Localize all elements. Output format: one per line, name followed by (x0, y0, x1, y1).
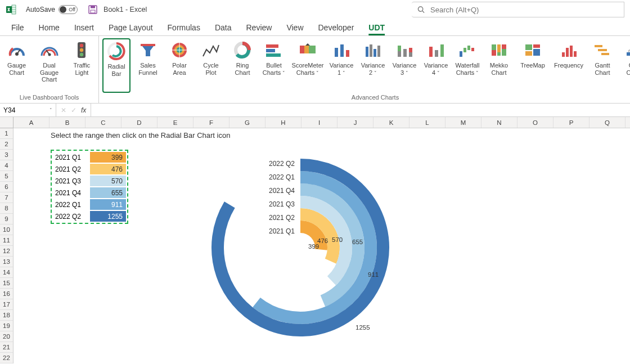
tab-insert[interactable]: Insert (74, 23, 94, 35)
row-header[interactable]: 15 (0, 278, 13, 289)
tab-view[interactable]: View (286, 23, 303, 35)
row-header[interactable]: 7 (0, 192, 13, 203)
freq-button[interactable]: Frequency (552, 38, 585, 93)
tab-file[interactable]: File (11, 23, 24, 35)
select-all-corner[interactable] (0, 117, 14, 128)
treemap-button[interactable]: TreeMap (516, 38, 549, 93)
col-header[interactable]: I (302, 117, 338, 128)
row-header[interactable]: 1 (0, 128, 13, 139)
row-header[interactable]: 21 (0, 342, 13, 353)
var3-button[interactable]: Variance3˅ (390, 38, 418, 93)
col-header[interactable]: K (374, 117, 410, 128)
col-header[interactable]: L (410, 117, 446, 128)
radial-button[interactable]: RadialBar (102, 38, 130, 93)
row-header[interactable]: 11 (0, 235, 13, 246)
polar-button[interactable]: PolarArea (165, 38, 194, 93)
cancel-icon[interactable]: ✕ (61, 106, 66, 114)
var1-button[interactable]: Variance1˅ (327, 38, 356, 93)
row-header[interactable]: 2 (0, 139, 13, 150)
cell-value[interactable]: 911 (90, 199, 126, 210)
row-header[interactable]: 13 (0, 257, 13, 267)
table-row[interactable]: 2021 Q1399 (53, 152, 126, 163)
autosave-toggle[interactable]: Off (58, 5, 78, 14)
cell-value[interactable]: 570 (90, 176, 126, 186)
tab-page-layout[interactable]: Page Layout (109, 23, 153, 35)
col-header[interactable]: O (518, 117, 554, 128)
org-button[interactable]: OrgChart (620, 38, 630, 93)
table-row[interactable]: 2021 Q4655 (53, 187, 126, 198)
tab-data[interactable]: Data (215, 23, 232, 35)
cycle-button[interactable]: CyclePlot (197, 38, 225, 93)
tab-formulas[interactable]: Formulas (168, 23, 200, 35)
row-header[interactable]: 9 (0, 214, 13, 224)
col-header[interactable]: B (50, 117, 86, 128)
row-header[interactable]: 19 (0, 321, 13, 331)
row-header[interactable]: 22 (0, 353, 13, 363)
autosave[interactable]: AutoSave Off (26, 5, 78, 14)
fx-icon[interactable]: fx (81, 106, 86, 114)
cell-category[interactable]: 2021 Q2 (53, 164, 89, 174)
data-table[interactable]: 2021 Q13992021 Q24762021 Q35702021 Q4655… (51, 150, 128, 224)
col-header[interactable]: N (482, 117, 518, 128)
col-header[interactable]: D (122, 117, 158, 128)
table-row[interactable]: 2021 Q3570 (53, 176, 126, 186)
row-header[interactable]: 16 (0, 289, 13, 299)
col-header[interactable]: J (338, 117, 374, 128)
cell-category[interactable]: 2021 Q3 (53, 176, 89, 186)
cell-value[interactable]: 655 (90, 187, 126, 198)
col-header[interactable]: A (14, 117, 50, 128)
col-header[interactable]: H (266, 117, 302, 128)
ring-button[interactable]: RingChart (228, 38, 256, 93)
row-header[interactable]: 14 (0, 267, 13, 278)
cell-value[interactable]: 1255 (90, 211, 126, 222)
table-row[interactable]: 2022 Q1911 (53, 199, 126, 210)
var2-button[interactable]: Variance2˅ (359, 38, 387, 93)
gauge-button[interactable]: GaugeChart (3, 38, 30, 93)
var4-button[interactable]: Variance4˅ (422, 38, 450, 93)
col-header[interactable]: E (158, 117, 194, 128)
cell-category[interactable]: 2022 Q1 (53, 199, 89, 210)
gantt-button[interactable]: GanttChart (588, 38, 616, 93)
row-header[interactable]: 12 (0, 246, 13, 257)
mekko-button[interactable]: MekkoChart (485, 38, 513, 93)
save-icon[interactable] (88, 5, 98, 15)
name-box[interactable]: Y34 ˅ (0, 104, 56, 116)
table-row[interactable]: 2022 Q21255 (53, 211, 126, 222)
tab-review[interactable]: Review (246, 23, 272, 35)
row-header[interactable]: 8 (0, 203, 13, 214)
row-header[interactable]: 3 (0, 150, 13, 160)
funnel-button[interactable]: SalesFunnel (134, 38, 162, 93)
tab-home[interactable]: Home (39, 23, 60, 35)
search-input[interactable] (430, 6, 618, 14)
row-header[interactable]: 17 (0, 299, 13, 310)
tab-udt[interactable]: UDT (368, 23, 385, 35)
formula-input[interactable] (91, 104, 630, 116)
row-header[interactable]: 18 (0, 310, 13, 321)
col-header[interactable]: G (230, 117, 266, 128)
waterfall-button[interactable]: WaterfallCharts˅ (453, 38, 482, 93)
search-box[interactable] (412, 2, 624, 17)
row-header[interactable]: 6 (0, 182, 13, 192)
dualgauge-button[interactable]: Dual GaugeChart (33, 38, 65, 93)
col-header[interactable]: M (446, 117, 482, 128)
score-button[interactable]: ScoreMeterCharts˅ (291, 38, 324, 93)
col-header[interactable]: F (194, 117, 230, 128)
cell-category[interactable]: 2021 Q1 (53, 152, 89, 163)
worksheet[interactable]: 12345678910111213141516171819202122 ABCD… (0, 117, 630, 364)
col-header[interactable]: C (86, 117, 122, 128)
col-header[interactable]: Q (590, 117, 626, 128)
cell-value[interactable]: 399 (90, 152, 126, 163)
enter-icon[interactable]: ✓ (71, 106, 76, 114)
traffic-button[interactable]: TrafficLight (69, 38, 95, 93)
col-header[interactable]: P (554, 117, 590, 128)
cell-category[interactable]: 2022 Q2 (53, 211, 89, 222)
row-header[interactable]: 10 (0, 224, 13, 235)
cell-category[interactable]: 2021 Q4 (53, 187, 89, 198)
row-header[interactable]: 20 (0, 331, 13, 342)
cell-value[interactable]: 476 (90, 164, 126, 174)
row-header[interactable]: 4 (0, 160, 13, 171)
row-header[interactable]: 5 (0, 171, 13, 182)
table-row[interactable]: 2021 Q2476 (53, 164, 126, 174)
bullet-button[interactable]: BulletCharts˅ (260, 38, 288, 93)
tab-developer[interactable]: Developer (318, 23, 354, 35)
